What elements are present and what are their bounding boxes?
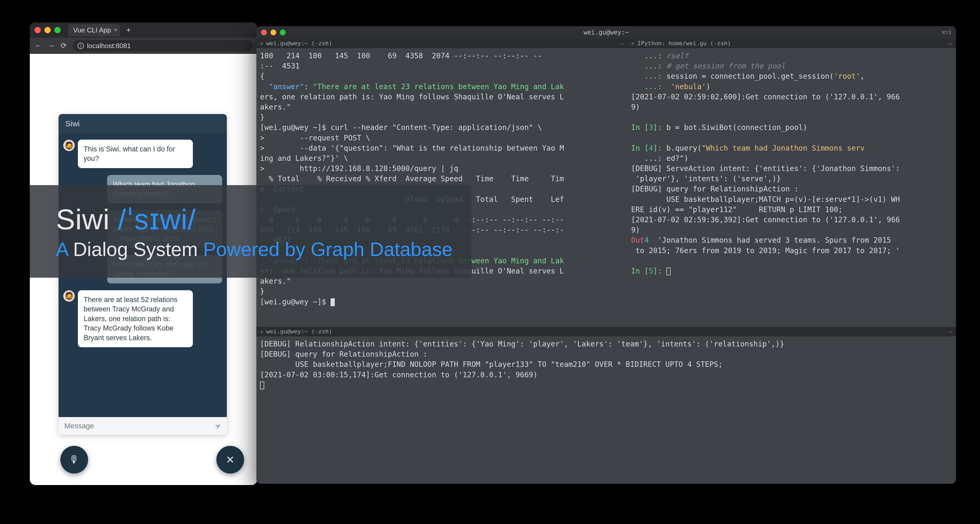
- pane-tab-title: IPython: home/wei.gu (-zsh): [637, 40, 731, 46]
- hero-phonetic: /ˈsɪwi/: [118, 203, 196, 235]
- tagline-c: Powered by Graph Database: [203, 239, 452, 260]
- close-icon: ✕: [226, 454, 235, 466]
- mic-icon: 🎙: [69, 454, 80, 466]
- fullscreen-window-icon[interactable]: [280, 30, 286, 35]
- pane-tab-title: wei.gu@wey:~ (-zsh): [266, 40, 332, 46]
- terminal-titlebar: wei.gu@wey:~ ⌘⌥3: [256, 26, 956, 39]
- avatar: 🧔: [63, 140, 75, 151]
- close-pane-icon[interactable]: ×: [260, 40, 263, 46]
- new-tab-button[interactable]: +: [124, 25, 134, 35]
- site-info-icon[interactable]: i: [78, 43, 84, 49]
- pane-tab-title: wei.gu@wey:~ (-zsh): [266, 328, 332, 335]
- chat-bubble: There are at least 52 relations between …: [78, 290, 193, 347]
- pane-top-left[interactable]: × wei.gu@wey:~ (-zsh) — 100 214 100 145 …: [256, 39, 627, 327]
- close-pane-icon[interactable]: ×: [631, 40, 634, 46]
- pane-top-right[interactable]: × IPython: home/wei.gu (-zsh) — ...: rse…: [627, 39, 956, 327]
- close-window-icon[interactable]: [261, 30, 267, 35]
- hero-name: Siwi: [56, 203, 110, 235]
- minimize-pane-icon[interactable]: —: [949, 40, 952, 46]
- minimize-pane-icon[interactable]: —: [949, 328, 952, 335]
- chat-message-bot: 🧔 This is Siwi, what can I do for you?: [63, 140, 222, 168]
- pane-tab[interactable]: × wei.gu@wey:~ (-zsh) —: [256, 39, 627, 48]
- minimize-window-icon[interactable]: [270, 30, 276, 35]
- avatar: 🧔: [63, 290, 75, 302]
- fullscreen-window-icon[interactable]: [54, 27, 60, 33]
- close-window-icon[interactable]: [35, 27, 41, 33]
- reload-icon[interactable]: ⟳: [60, 42, 67, 49]
- message-input[interactable]: [64, 422, 211, 430]
- pane-tab[interactable]: × wei.gu@wey:~ (-zsh) —: [256, 327, 956, 336]
- pane-indicator: ⌘⌥3: [942, 29, 951, 35]
- hero-title: Siwi /ˈsɪwi/: [56, 203, 471, 236]
- browser-toolbar: ← → ⟳ i localhost:8081: [30, 38, 257, 54]
- chat-message-bot: 🧔 There are at least 52 relations betwee…: [63, 290, 222, 347]
- minimize-window-icon[interactable]: [45, 27, 51, 33]
- close-chat-button[interactable]: ✕: [216, 446, 244, 473]
- chat-bubble: This is Siwi, what can I do for you?: [78, 140, 193, 168]
- pane-content[interactable]: [DEBUG] RelationshipAction intent: {'ent…: [256, 336, 956, 393]
- window-controls: [35, 27, 60, 33]
- hero-tagline: A Dialog System Powered by Graph Databas…: [56, 238, 471, 260]
- browser-tab[interactable]: Vue CLI App ×: [68, 24, 120, 37]
- mic-button[interactable]: 🎙: [60, 446, 88, 473]
- close-tab-icon[interactable]: ×: [114, 27, 117, 33]
- tagline-b: Dialog System: [73, 239, 198, 260]
- tab-title: Vue CLI App: [73, 26, 111, 34]
- chat-header: Siwi: [59, 114, 227, 133]
- window-controls: [261, 30, 286, 35]
- tagline-a: A: [56, 239, 68, 260]
- forward-icon[interactable]: →: [48, 42, 55, 49]
- chat-input-bar: ➤: [59, 417, 227, 435]
- back-icon[interactable]: ←: [35, 42, 42, 49]
- minimize-pane-icon[interactable]: —: [620, 40, 624, 46]
- close-pane-icon[interactable]: ×: [260, 328, 263, 335]
- address-bar[interactable]: i localhost:8081: [72, 40, 253, 51]
- pane-tab[interactable]: × IPython: home/wei.gu (-zsh) —: [627, 39, 956, 48]
- send-icon[interactable]: ➤: [213, 420, 223, 432]
- browser-tabbar: Vue CLI App × +: [30, 22, 257, 38]
- url-text: localhost:8081: [87, 42, 131, 50]
- hero-overlay: Siwi /ˈsɪwi/ A Dialog System Powered by …: [30, 185, 471, 278]
- terminal-title: wei.gu@wey:~: [584, 29, 629, 36]
- browser-chrome: Vue CLI App × + ← → ⟳ i localhost:8081: [30, 22, 257, 54]
- pane-bottom[interactable]: × wei.gu@wey:~ (-zsh) — [DEBUG] Relation…: [256, 327, 956, 484]
- pane-content[interactable]: ...: rself ...: # get session from the p…: [627, 48, 956, 279]
